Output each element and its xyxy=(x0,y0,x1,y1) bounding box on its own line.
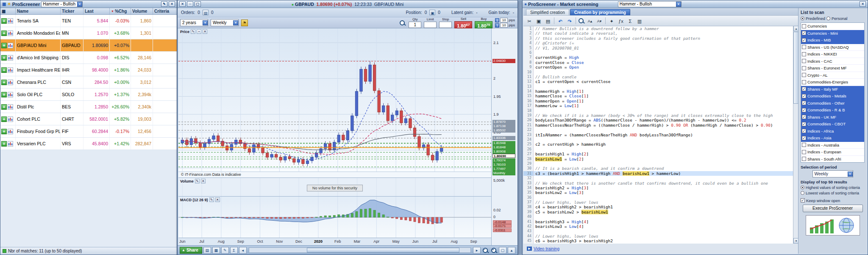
timeframe-select[interactable]: Weekly▾ xyxy=(211,19,239,26)
scan-list-item[interactable]: ✓Commodities - Other xyxy=(801,100,864,107)
close-pane-icon[interactable]: ✕ xyxy=(201,179,206,183)
tab-simplified-creation[interactable]: Simplified creation xyxy=(526,9,569,15)
fit-chart-button[interactable]: ▢ xyxy=(499,247,506,254)
paste-icon[interactable]: ▤ xyxy=(544,17,552,25)
open-chart-icon[interactable] xyxy=(8,92,13,97)
tab-creation-by-programming[interactable]: Creation by programming xyxy=(570,9,630,15)
orders-list-icon[interactable]: ▤ xyxy=(203,10,209,15)
screener-table-header[interactable]: ▦ Name Ticker Last ▼%Chg Volume Criteria xyxy=(0,8,177,15)
list-checkbox[interactable]: ✓ xyxy=(802,31,806,35)
chart-horizontal-scrollbar[interactable] xyxy=(249,247,471,253)
open-chart-icon[interactable] xyxy=(8,116,13,122)
screener-results-table[interactable]: +Tenaris SATEN5.844-0.03%1,860+Arnoldo M… xyxy=(0,15,177,150)
insert-function-icon[interactable]: ƒx xyxy=(617,17,625,25)
editor-screener-select[interactable]: Hammer - Bullish ▾ xyxy=(618,1,682,7)
buy-button[interactable]: Buy 1.8070 xyxy=(475,17,492,28)
macd-pane[interactable]: MACD (12 26 9) ✎ ✕ xyxy=(178,196,491,238)
screener-close-button[interactable]: ✕ xyxy=(169,1,175,7)
stop-pips-row[interactable]: S pips xyxy=(495,18,515,22)
list-checkbox[interactable]: ✓ xyxy=(802,87,806,91)
editor-close-button[interactable]: ✕ xyxy=(860,1,866,7)
close-pane-icon[interactable]: ✕ xyxy=(215,197,220,202)
limit-input[interactable] xyxy=(424,22,437,28)
scan-list-item[interactable]: Shares - South Afri xyxy=(801,156,864,163)
screener-row[interactable]: +Distil PlcBES1.2850+26.60%2,340k xyxy=(0,101,177,113)
column-header-chg[interactable]: ▼%Chg xyxy=(110,8,131,14)
list-checkbox[interactable] xyxy=(802,143,806,147)
column-header-ticker[interactable]: Ticker xyxy=(61,8,83,14)
screener-row[interactable]: +GBP/AUD MiniGBPAUD1.80690+0.07% xyxy=(0,39,177,52)
font-increase-icon[interactable]: A▴ xyxy=(586,17,594,25)
screener-row[interactable]: +Cohort PLCCHRT582.0001+5.82%19,003 xyxy=(0,113,177,125)
screener-row[interactable]: +Tenaris SATEN5.844-0.03%1,860 xyxy=(0,15,177,27)
screener-titlebar[interactable]: ▦ ✦ ProScreener Hammer - Bullish ▾ ✎ ✕ xyxy=(0,0,177,8)
limit-field[interactable]: Limit xyxy=(424,18,437,28)
stop-input[interactable] xyxy=(439,22,452,28)
video-training-link[interactable]: Video training xyxy=(534,247,559,251)
pane-settings-icon[interactable]: ✎ xyxy=(191,29,195,34)
list-checkbox[interactable] xyxy=(802,80,806,84)
open-chart-icon[interactable] xyxy=(8,80,13,85)
list-checkbox[interactable] xyxy=(802,59,806,63)
list-checkbox[interactable]: ✓ xyxy=(802,94,806,98)
scan-list-item[interactable]: ✓Indices - MIB xyxy=(801,37,864,44)
list-checkbox[interactable]: ✓ xyxy=(802,115,806,119)
scan-list-item[interactable]: ✓Commodities - CBOT xyxy=(801,121,864,128)
scan-list-item[interactable]: ✓Shares - UK MF xyxy=(801,114,864,121)
chart-list-icon[interactable]: ▤ xyxy=(203,247,211,254)
column-header-last[interactable]: Last xyxy=(83,8,110,14)
chart-titlebar[interactable]: ✕ ─ ▢ ● GBPAUD 1.80690 (+0.07%) 12:23:33… xyxy=(178,0,517,8)
column-header-criteria[interactable]: Criteria xyxy=(153,8,178,14)
chevron-down-icon[interactable]: ▾ xyxy=(676,2,681,7)
range-select[interactable]: 2 years▾ xyxy=(180,19,208,26)
search-icon[interactable] xyxy=(578,17,585,24)
scan-list-item[interactable]: Crypto - AL xyxy=(801,72,864,79)
list-checkbox[interactable] xyxy=(802,45,806,49)
add-to-list-icon[interactable]: + xyxy=(1,129,7,134)
personal-radio[interactable] xyxy=(826,17,830,20)
scan-list[interactable]: Currencies✓Currencies - Mini✓Indices - M… xyxy=(801,22,865,163)
screener-row[interactable]: +Arnoldo Mondadori Edito...MN1.070+3.68%… xyxy=(0,27,177,39)
search-instrument-icon[interactable] xyxy=(399,19,406,26)
screener-row[interactable]: +Chesnara PLCCSN284.50+0.00%3,012 xyxy=(0,76,177,89)
list-checkbox[interactable]: ✓ xyxy=(802,122,806,126)
scan-list-item[interactable]: Indices - NIKKEI xyxy=(801,51,864,58)
target-pips-row[interactable]: T pips xyxy=(495,23,515,28)
predefined-radio[interactable] xyxy=(801,17,804,20)
scan-list-item[interactable]: ✓Indices - Africa xyxy=(801,128,864,135)
screener-row[interactable]: +d'Amico Intl Shipping SADIS0.098+6.52%2… xyxy=(0,52,177,64)
print-icon[interactable]: ▥ xyxy=(635,17,644,25)
scan-list-item[interactable]: Shares - US (NASDAQ xyxy=(801,44,864,51)
target-chip[interactable]: T xyxy=(495,23,499,28)
cut-icon[interactable]: ✂ xyxy=(525,17,534,25)
stop-pips-input[interactable] xyxy=(500,18,508,22)
list-checkbox[interactable] xyxy=(802,150,806,154)
add-to-list-icon[interactable]: + xyxy=(1,18,7,24)
position-icon[interactable]: ▣ xyxy=(429,10,435,15)
zoom-out-button[interactable]: − xyxy=(482,247,489,254)
candlestick-chart[interactable] xyxy=(178,28,491,172)
screener-edit-button[interactable]: ✎ xyxy=(161,1,167,7)
chevron-down-icon[interactable]: ▾ xyxy=(77,2,82,7)
chart-minimize-button[interactable]: ─ xyxy=(187,1,193,7)
screener-row[interactable]: +Solo Oil PLCSOLO1.2570+1.37%2,394k xyxy=(0,89,177,101)
screener-row[interactable]: +Versarien PLCVRS45.8400+1.42%282,847 xyxy=(0,138,177,150)
list-checkbox[interactable]: ✓ xyxy=(802,136,806,140)
column-header-name[interactable]: Name xyxy=(16,8,61,14)
add-indicator-icon[interactable]: + xyxy=(197,29,201,34)
scan-list-item[interactable]: ✓Currencies - Mini xyxy=(801,30,864,37)
screener-row[interactable]: +Finsbury Food Grp PLCFIF60.2844-0.17%12… xyxy=(0,125,177,138)
qty-input[interactable] xyxy=(409,22,421,28)
add-to-list-icon[interactable]: + xyxy=(1,55,7,61)
scroll-right-button[interactable]: ▸ xyxy=(473,247,481,254)
scan-list-item[interactable]: Currencies xyxy=(801,23,864,30)
alerts-icon[interactable]: ⚑ xyxy=(241,19,248,26)
open-chart-icon[interactable] xyxy=(8,55,13,61)
stop-field[interactable]: Stop xyxy=(439,18,452,28)
add-to-list-icon[interactable]: + xyxy=(1,43,7,48)
price-pane[interactable]: Price ✎ + ✕ xyxy=(178,28,491,172)
execute-proscreener-button[interactable]: Execute ProScreener xyxy=(803,205,863,212)
column-header-volume[interactable]: Volume xyxy=(131,8,153,14)
scan-list-item[interactable]: Indices - European xyxy=(801,149,864,156)
open-chart-icon[interactable] xyxy=(8,30,13,36)
